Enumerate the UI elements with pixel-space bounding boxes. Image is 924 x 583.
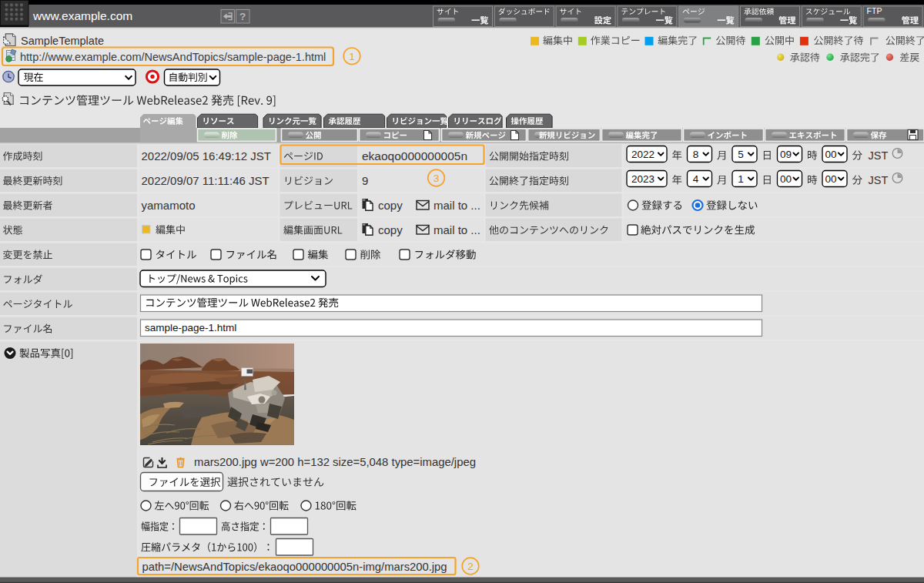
- svg-text:00: 00: [825, 149, 837, 160]
- svg-text:?: ?: [239, 11, 246, 22]
- svg-text:www.example.com: www.example.com: [32, 9, 132, 22]
- svg-text:copy: copy: [378, 223, 403, 236]
- svg-text:mail to ...: mail to ...: [434, 199, 480, 212]
- svg-text:copy: copy: [378, 199, 403, 212]
- svg-text:2022/09/07 11:11:46 JST: 2022/09/07 11:11:46 JST: [142, 174, 270, 187]
- svg-text:yamamoto: yamamoto: [142, 199, 196, 212]
- svg-text:2022/09/05 16:49:12 JST: 2022/09/05 16:49:12 JST: [142, 149, 271, 163]
- svg-text:00: 00: [780, 173, 792, 185]
- svg-text:3: 3: [434, 173, 440, 184]
- svg-text:JST: JST: [869, 174, 889, 186]
- svg-text:1: 1: [738, 173, 744, 185]
- svg-text:FTP: FTP: [867, 6, 882, 15]
- svg-text:http://www.example.com/NewsAnd: http://www.example.com/NewsAndTopics/sam…: [20, 51, 326, 63]
- svg-text:mail to ...: mail to ...: [434, 223, 480, 236]
- svg-text:sample-page-1.html: sample-page-1.html: [145, 322, 236, 333]
- svg-text:5: 5: [738, 149, 744, 160]
- svg-text:00: 00: [825, 173, 837, 185]
- svg-text:4: 4: [693, 173, 699, 185]
- svg-text:2: 2: [467, 561, 474, 572]
- svg-text:2023: 2023: [631, 173, 654, 185]
- svg-text:2022: 2022: [631, 149, 654, 160]
- svg-text:9: 9: [362, 174, 368, 187]
- svg-text:JST: JST: [869, 149, 889, 162]
- svg-text:mars200.jpg w=200 h=132 size=5: mars200.jpg w=200 h=132 size=5,048 type=…: [194, 456, 476, 468]
- svg-text:09: 09: [780, 149, 792, 160]
- svg-text:path=/NewsAndTopics/ekaoqo0000: path=/NewsAndTopics/ekaoqo000000005n-img…: [142, 561, 447, 573]
- svg-text:8: 8: [693, 149, 699, 160]
- svg-text:SampleTemplate: SampleTemplate: [21, 35, 104, 47]
- svg-text:ekaoqo000000005n: ekaoqo000000005n: [362, 149, 467, 163]
- svg-text:1: 1: [349, 51, 355, 62]
